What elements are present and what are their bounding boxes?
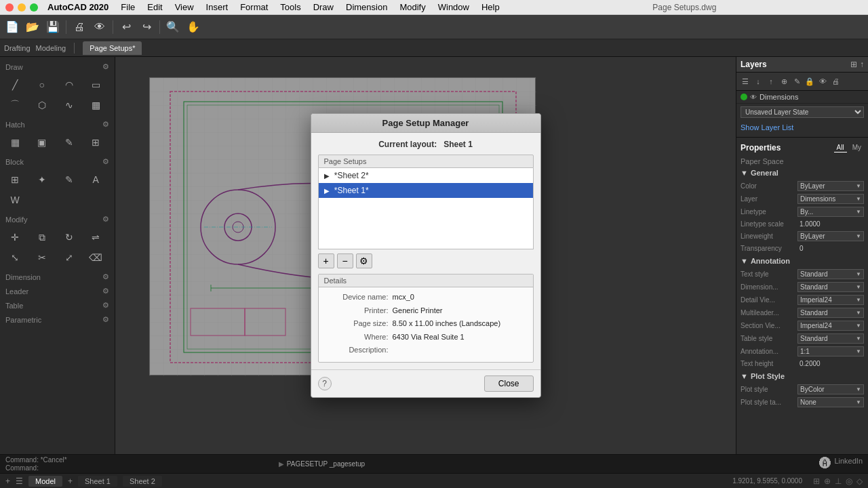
layer-state-dropdown[interactable]: Unsaved Layer State <box>741 106 864 118</box>
menu-view[interactable]: View <box>170 1 199 14</box>
osnap-icon[interactable]: ◇ <box>856 476 863 486</box>
lineweight-dropdown[interactable]: ByLayer ▼ <box>797 231 864 241</box>
minimize-window-btn[interactable] <box>18 3 26 12</box>
spline-tool[interactable]: ∿ <box>58 96 80 115</box>
show-layer-list-link[interactable]: Show Layer List <box>736 121 868 134</box>
hatch-extra-tool[interactable]: ⊞ <box>85 133 106 152</box>
polar-icon[interactable]: ◎ <box>846 476 852 486</box>
preview-btn[interactable]: 👁 <box>90 18 109 37</box>
layers-tool-5[interactable]: ✎ <box>791 75 803 87</box>
maximize-window-btn[interactable] <box>30 3 38 12</box>
erase-tool[interactable]: ⌫ <box>85 248 106 267</box>
list-item-sheet2[interactable]: ▶ *Sheet 2* <box>319 168 533 183</box>
add-layout-btn[interactable]: + <box>68 476 73 486</box>
trim-tool[interactable]: ✂ <box>31 248 53 267</box>
undo-btn[interactable]: ↩ <box>117 18 136 37</box>
sectionview-dropdown[interactable]: Imperial24 ▼ <box>797 321 864 331</box>
ortho-icon[interactable]: ⊥ <box>835 476 842 486</box>
help-button[interactable]: ? <box>318 377 332 390</box>
menu-modify[interactable]: Modify <box>394 1 431 14</box>
zoom-btn[interactable]: 🔍 <box>163 18 182 37</box>
rect-tool[interactable]: ▭ <box>85 75 106 94</box>
plotstyle-dropdown[interactable]: ByColor ▼ <box>797 384 864 394</box>
layers-tool-1[interactable]: ☰ <box>739 75 751 87</box>
circle-tool[interactable]: ○ <box>31 75 53 94</box>
color-dropdown[interactable]: ByLayer ▼ <box>797 181 864 191</box>
plotstyletable-dropdown[interactable]: None ▼ <box>797 397 864 407</box>
grid-icon[interactable]: ⊞ <box>813 476 820 486</box>
add-setup-btn[interactable]: + <box>318 253 334 268</box>
layers-tool-2[interactable]: ↓ <box>752 75 764 87</box>
polyline-tool[interactable]: ⌒ <box>4 96 26 115</box>
drafting-tab[interactable]: Drafting <box>4 44 31 52</box>
layers-tool-4[interactable]: ⊕ <box>778 75 790 87</box>
hatch-bound-tool[interactable]: ▣ <box>31 133 53 152</box>
annotation-section-header[interactable]: ▼ Annotation <box>741 254 864 268</box>
extend-tool[interactable]: ⤢ <box>58 248 80 267</box>
annotationscale-dropdown[interactable]: 1:1 ▼ <box>797 346 864 357</box>
menu-dimension[interactable]: Dimension <box>340 1 393 14</box>
redo-btn[interactable]: ↪ <box>137 18 156 37</box>
plus-icon[interactable]: + <box>5 476 10 486</box>
sheet2-tab[interactable]: Sheet 2 <box>123 476 162 487</box>
plot-style-section-header[interactable]: ▼ Plot Style <box>741 369 864 383</box>
tablestyle-dropdown[interactable]: Standard ▼ <box>797 333 864 344</box>
close-button[interactable]: Close <box>484 375 534 392</box>
line-tool[interactable]: ╱ <box>4 75 26 94</box>
command-prompt-area: ▶ PAGESETUP _pagesetup <box>279 460 814 468</box>
snap-icon[interactable]: ⊕ <box>824 476 831 486</box>
copy-tool[interactable]: ⧉ <box>31 228 53 247</box>
menu-draw[interactable]: Draw <box>308 1 339 14</box>
props-tab-all[interactable]: All <box>834 143 847 152</box>
menu-insert[interactable]: Insert <box>201 1 234 14</box>
block-attr-tool[interactable]: A <box>85 170 106 189</box>
save-btn[interactable]: 💾 <box>43 18 62 37</box>
detailview-dropdown[interactable]: Imperial24 ▼ <box>797 295 864 305</box>
layers-tool-8[interactable]: 🖨 <box>829 75 842 87</box>
page-setups-tab[interactable]: Page Setups* <box>83 41 142 55</box>
layer-dropdown[interactable]: Dimensions ▼ <box>797 194 864 204</box>
print-btn[interactable]: 🖨 <box>70 18 89 37</box>
scale-tool[interactable]: ⤡ <box>4 248 26 267</box>
mirror-tool[interactable]: ⇌ <box>85 228 106 247</box>
layers-tool-3[interactable]: ↑ <box>765 75 777 87</box>
arc-tool[interactable]: ◠ <box>58 75 80 94</box>
polygon-tool[interactable]: ⬡ <box>31 96 53 115</box>
textstyle-dropdown[interactable]: Standard ▼ <box>797 269 864 279</box>
close-window-btn[interactable] <box>5 3 14 12</box>
open-btn[interactable]: 📂 <box>23 18 42 37</box>
rotate-tool[interactable]: ↻ <box>58 228 80 247</box>
dimension-dropdown[interactable]: Standard ▼ <box>797 282 864 292</box>
menu-format[interactable]: Format <box>235 1 273 14</box>
settings-setup-btn[interactable]: ⚙ <box>356 253 372 268</box>
block-wblock-tool[interactable]: W <box>4 190 26 209</box>
layers-tool-6[interactable]: 🔒 <box>804 75 816 87</box>
hatch-tool[interactable]: ▩ <box>85 96 106 115</box>
hatch-fill-tool[interactable]: ▦ <box>4 133 26 152</box>
layers-icon-1[interactable]: ⊞ <box>850 60 857 69</box>
layers-tool-7[interactable]: 👁 <box>816 75 829 87</box>
modeling-tab[interactable]: Modeling <box>36 44 66 52</box>
list-item-sheet1[interactable]: ▶ *Sheet 1* <box>319 183 533 198</box>
menu-tools[interactable]: Tools <box>275 1 306 14</box>
sheet1-tab[interactable]: Sheet 1 <box>78 476 117 487</box>
hatch-edit-tool[interactable]: ✎ <box>58 133 80 152</box>
multileader-dropdown[interactable]: Standard ▼ <box>797 308 864 318</box>
pan-btn[interactable]: ✋ <box>184 18 203 37</box>
menu-edit[interactable]: Edit <box>142 1 167 14</box>
layers-icon-2[interactable]: ↑ <box>860 60 864 69</box>
layout-icon[interactable]: ☰ <box>16 476 23 486</box>
menu-file[interactable]: File <box>115 1 140 14</box>
menu-help[interactable]: Help <box>476 1 505 14</box>
general-section-header[interactable]: ▼ General <box>741 166 864 180</box>
block-make-tool[interactable]: ✦ <box>31 170 53 189</box>
linetype-dropdown[interactable]: By... ▼ <box>797 207 864 217</box>
new-btn[interactable]: 📄 <box>3 18 22 37</box>
block-insert-tool[interactable]: ⊞ <box>4 170 26 189</box>
menu-window[interactable]: Window <box>433 1 475 14</box>
move-tool[interactable]: ✛ <box>4 228 26 247</box>
remove-setup-btn[interactable]: − <box>337 253 353 268</box>
block-edit-tool[interactable]: ✎ <box>58 170 80 189</box>
model-tab[interactable]: Model <box>28 476 62 487</box>
props-tab-my[interactable]: My <box>850 143 864 152</box>
